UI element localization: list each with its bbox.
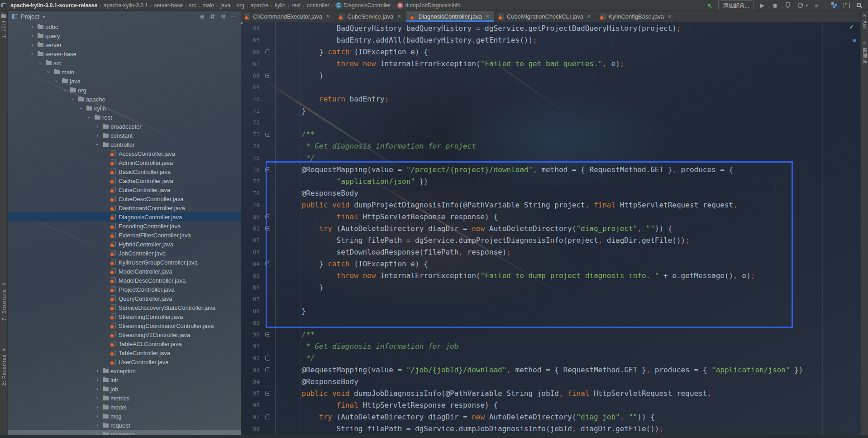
- chevron-collapsed-icon[interactable]: ›: [95, 377, 100, 383]
- tree-file-querycontroller[interactable]: QueryController.java: [8, 294, 241, 303]
- chevron-collapsed-icon[interactable]: ›: [95, 386, 100, 392]
- tree-file-projectcontroller[interactable]: ProjectController.java: [8, 285, 241, 294]
- code-line-73[interactable]: 73 /**: [241, 129, 860, 140]
- fold-marker-icon[interactable]: [265, 367, 270, 372]
- breadcrumb-item[interactable]: CDiagnosisController: [335, 2, 391, 9]
- tree-file-diagnosiscontroller[interactable]: DiagnosisController.java: [8, 212, 241, 221]
- line-number[interactable]: 92: [241, 352, 260, 364]
- code-line-95[interactable]: 95 public void dumpJobDiagnosisInfo(@Pat…: [241, 388, 860, 399]
- chevron-collapsed-icon[interactable]: ›: [95, 395, 100, 401]
- run-configuration-select[interactable]: 添加配置...: [718, 0, 754, 10]
- line-number[interactable]: 97: [241, 411, 260, 423]
- stop-icon[interactable]: ■: [812, 1, 820, 10]
- collapse-all-icon[interactable]: ⇵: [210, 14, 215, 19]
- tree-folder-odbc[interactable]: ›odbc: [8, 22, 241, 31]
- line-number[interactable]: 64: [241, 23, 260, 34]
- code-line-64[interactable]: 64 BadQueryHistory badQueryHistory = dgS…: [241, 23, 860, 34]
- line-number[interactable]: 77: [241, 176, 260, 188]
- inspection-ok-icon[interactable]: ✓: [849, 23, 854, 30]
- code-line-92[interactable]: 92 */: [241, 352, 860, 364]
- breadcrumb-item[interactable]: rest: [291, 2, 300, 9]
- project-structure-icon[interactable]: [830, 1, 838, 10]
- line-number[interactable]: 85: [241, 270, 260, 282]
- breadcrumb-item[interactable]: controller: [307, 2, 329, 9]
- line-number[interactable]: 74: [241, 140, 260, 152]
- line-number[interactable]: 72: [241, 117, 260, 129]
- tree-file-admincontroller[interactable]: AdminController.java: [8, 158, 241, 167]
- line-number[interactable]: 94: [241, 376, 260, 388]
- tree-file-cubedesccontroller[interactable]: CubeDescController.java: [8, 194, 241, 203]
- fold-marker-icon[interactable]: [265, 332, 270, 337]
- tree-folder-java[interactable]: ›java: [8, 77, 241, 86]
- line-number[interactable]: 96: [241, 399, 260, 411]
- breadcrumb-item[interactable]: mdumpJobDiagnosisInfo: [397, 2, 460, 9]
- chevron-collapsed-icon[interactable]: ›: [30, 33, 34, 39]
- tree-file-jobcontroller[interactable]: JobController.java: [8, 249, 241, 258]
- chevron-expanded-icon[interactable]: ›: [78, 106, 84, 111]
- line-number[interactable]: 78: [241, 188, 260, 199]
- tree-file-hybridcontroller[interactable]: HybridController.java: [8, 240, 241, 249]
- tree-file-externalfiltercontroller[interactable]: ExternalFilterController.java: [8, 231, 241, 240]
- tree-folder-job[interactable]: ›job: [8, 385, 241, 394]
- code-line-71[interactable]: 71 }: [241, 105, 860, 117]
- tree-file-streamingcoordinatorcontroller[interactable]: StreamingCoordinatorController.java: [8, 321, 241, 330]
- debug-icon[interactable]: [771, 1, 779, 10]
- search-icon[interactable]: [855, 1, 863, 10]
- tool-stripe-project-tab[interactable]: 1: 项目: [0, 14, 8, 38]
- line-number[interactable]: 65: [241, 34, 260, 46]
- tree-folder-controller[interactable]: ›controller: [8, 140, 241, 149]
- line-number[interactable]: 75: [241, 152, 260, 164]
- close-icon[interactable]: ✕: [326, 14, 330, 19]
- tree-file-basiccontroller[interactable]: BasicController.java: [8, 167, 241, 176]
- line-number[interactable]: 66: [241, 46, 260, 58]
- chevron-collapsed-icon[interactable]: ›: [95, 404, 100, 410]
- code-line-67[interactable]: 67 throw new InternalErrorException("Fai…: [241, 58, 860, 70]
- tree-folder-broadcaster[interactable]: ›broadcaster: [8, 122, 241, 131]
- tree-folder-msg[interactable]: ›msg: [8, 412, 241, 421]
- line-number[interactable]: 70: [241, 93, 260, 105]
- tab-cubeservice[interactable]: CubeService.java✕: [335, 11, 406, 22]
- tool-stripe-favorites-tab[interactable]: ★ 2: Favorites: [0, 347, 8, 385]
- tool-stripe-ant-tab[interactable]: ※ Ant: [861, 14, 868, 29]
- breadcrumb-item[interactable]: src: [189, 2, 196, 9]
- run-window-icon[interactable]: [843, 1, 851, 10]
- fold-marker-icon[interactable]: [265, 73, 270, 78]
- code-line-70[interactable]: 70 return badEntry;: [241, 93, 860, 105]
- tree-file-encodingcontroller[interactable]: EncodingController.java: [8, 221, 241, 231]
- tree-folder-rest[interactable]: ›rest: [8, 113, 241, 122]
- breadcrumb-item[interactable]: main: [202, 2, 214, 9]
- tool-stripe-database-tab[interactable]: ⛁ 数据库: [861, 41, 868, 64]
- code-line-65[interactable]: 65 badEntry.addAll(badQueryHistory.getEn…: [241, 34, 860, 46]
- tree-folder-exception[interactable]: ›exception: [8, 366, 241, 375]
- code-line-93[interactable]: 93 @RequestMapping(value = "/job/{jobId}…: [241, 364, 860, 376]
- tab-diagnosiscontroller[interactable]: DiagnosisController.java✕: [406, 11, 495, 22]
- chevron-collapsed-icon[interactable]: ›: [95, 123, 100, 130]
- chevron-expanded-icon[interactable]: ›: [86, 115, 92, 120]
- line-number[interactable]: 86: [241, 282, 260, 294]
- line-number[interactable]: 68: [241, 70, 260, 82]
- tree-folder-request[interactable]: ›request: [8, 421, 241, 430]
- settings-gear-icon[interactable]: ⚙: [220, 14, 226, 19]
- profiler-dropdown-icon[interactable]: ▾: [806, 3, 808, 8]
- tree-file-streamingv2controller[interactable]: StreamingV2Controller.java: [8, 330, 241, 339]
- fold-marker-icon[interactable]: [265, 132, 270, 137]
- close-icon[interactable]: ✕: [486, 14, 490, 19]
- code-line-66[interactable]: 66 } catch (IOException e) {: [241, 46, 860, 58]
- tree-file-dashboardcontroller[interactable]: DashboardController.java: [8, 203, 241, 212]
- tree-file-tablecontroller[interactable]: TableController.java: [8, 348, 241, 357]
- fold-marker-icon[interactable]: [265, 356, 270, 361]
- line-number[interactable]: 82: [241, 235, 260, 246]
- locate-icon[interactable]: ⊕: [200, 14, 205, 19]
- line-number[interactable]: 69: [241, 82, 260, 93]
- code-line-98[interactable]: 98 String filePath = dgService.dumpJobDi…: [241, 423, 860, 435]
- tree-file-servicediscoverystatecontroller[interactable]: ServiceDiscoveryStateController.java: [8, 303, 241, 312]
- line-number[interactable]: 90: [241, 329, 260, 341]
- line-number[interactable]: 81: [241, 223, 260, 235]
- code-line-68[interactable]: 68 }: [241, 70, 860, 82]
- tree-folder-server-base[interactable]: ›server-base: [8, 49, 241, 58]
- window-menu-icon[interactable]: [0, 0, 8, 11]
- tab-cubemigrationcheckcli[interactable]: CubeMigrationCheckCLI.java✕: [495, 11, 596, 22]
- chevron-collapsed-icon[interactable]: ›: [95, 413, 100, 419]
- code-editor[interactable]: 64 BadQueryHistory badQueryHistory = dgS…: [241, 22, 860, 438]
- line-number[interactable]: 73: [241, 129, 260, 140]
